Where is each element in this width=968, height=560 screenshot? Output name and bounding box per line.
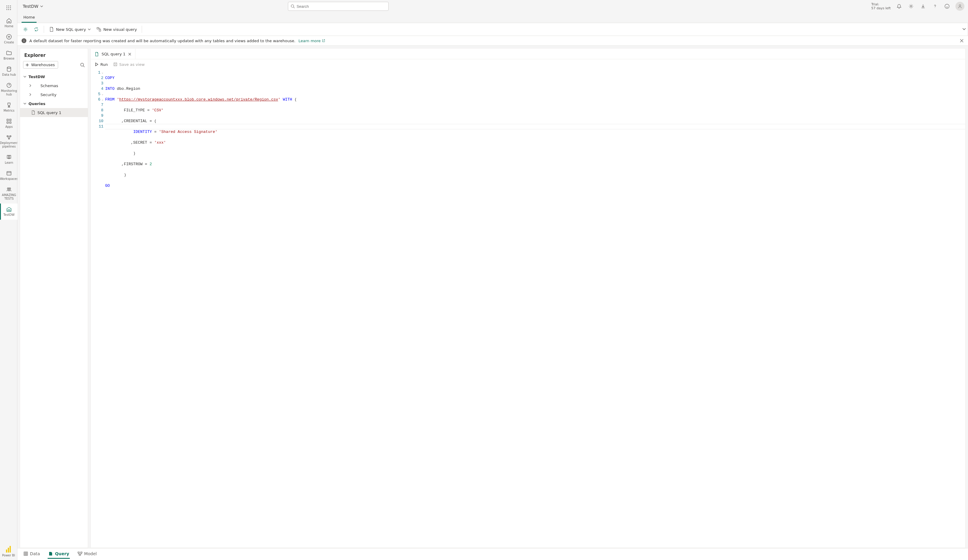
nav-browse[interactable]: Browse xyxy=(0,47,17,63)
nav-monitoring-hub[interactable]: Monitoring hub xyxy=(0,79,17,99)
visual-query-icon xyxy=(96,26,101,32)
nav-apps-label: Apps xyxy=(5,125,13,129)
nav-pipelines[interactable]: Deployment pipelines xyxy=(0,132,17,152)
workspace-name: TestDW xyxy=(23,4,38,9)
table-icon xyxy=(23,551,28,556)
nav-testdw-label: TestDW xyxy=(3,213,14,217)
chevron-right-icon xyxy=(28,84,32,87)
fold-icon[interactable]: ⌄ xyxy=(101,97,103,102)
nav-workspaces[interactable]: Workspaces xyxy=(0,168,17,184)
svg-rect-36 xyxy=(78,552,80,553)
editor-panel: SQL query 1 Run Save as view 1⌄ 2 3 xyxy=(91,48,966,548)
manage-settings-button[interactable] xyxy=(20,25,31,34)
svg-point-0 xyxy=(6,6,7,7)
tree-security-node[interactable]: Security xyxy=(20,90,88,99)
svg-rect-38 xyxy=(79,554,81,555)
book-icon xyxy=(6,154,12,160)
gear-icon xyxy=(23,26,28,32)
chevron-down-icon xyxy=(23,75,27,78)
app-launcher-icon[interactable] xyxy=(3,2,15,14)
banner-text: A default dataset for faster reporting w… xyxy=(29,39,295,43)
nav-learn[interactable]: Learn xyxy=(0,152,17,168)
run-button[interactable]: Run xyxy=(94,62,108,67)
tree-queries-node[interactable]: Queries xyxy=(20,99,88,108)
close-icon xyxy=(128,52,131,56)
nav-learn-label: Learn xyxy=(5,161,13,165)
apps-icon xyxy=(6,118,12,124)
explorer-search-button[interactable] xyxy=(80,63,85,67)
external-link-icon xyxy=(322,39,325,43)
svg-rect-14 xyxy=(7,122,8,123)
folder-icon xyxy=(6,50,12,56)
download-button[interactable] xyxy=(920,3,927,10)
tree-warehouse-node[interactable]: TestDW xyxy=(20,72,88,81)
learn-more-link[interactable]: Learn more xyxy=(298,39,325,43)
notifications-button[interactable] xyxy=(895,3,903,10)
sql-file-icon xyxy=(31,110,36,115)
view-tab-data[interactable]: Data xyxy=(23,550,40,559)
settings-button[interactable] xyxy=(907,3,915,10)
nav-data-hub[interactable]: Data hub xyxy=(0,63,17,79)
nav-create[interactable]: Create xyxy=(0,31,17,47)
nav-home[interactable]: Home xyxy=(0,15,17,31)
new-visual-query-button[interactable]: New visual query xyxy=(94,25,139,34)
nav-apps[interactable]: Apps xyxy=(0,116,17,132)
data-hub-icon xyxy=(6,66,12,73)
svg-rect-31 xyxy=(97,28,99,29)
save-as-view-button: Save as view xyxy=(113,62,145,67)
view-mode-tabs: Data Query Model xyxy=(17,548,968,560)
svg-point-7 xyxy=(8,9,9,10)
help-button[interactable] xyxy=(932,3,939,10)
bell-icon xyxy=(897,3,902,9)
banner-close-button[interactable] xyxy=(960,39,964,43)
powerbi-logo-icon[interactable] xyxy=(5,546,12,553)
new-sql-query-button[interactable]: New SQL query xyxy=(46,25,93,34)
tree-schemas-node[interactable]: Schemas xyxy=(20,81,88,90)
feedback-button[interactable] xyxy=(943,3,951,10)
fold-icon[interactable]: ⌄ xyxy=(101,70,103,76)
view-tab-model[interactable]: Model xyxy=(77,550,97,559)
monitor-icon xyxy=(6,82,12,89)
svg-point-10 xyxy=(7,67,11,69)
account-avatar[interactable] xyxy=(955,2,965,11)
nav-pipelines-label: Deployment pipelines xyxy=(0,141,18,149)
search-input[interactable] xyxy=(297,4,386,9)
nav-workspaces-label: Workspaces xyxy=(0,177,18,181)
code-body[interactable]: COPY INTO dbo.Region FROM 'https://mysto… xyxy=(105,69,965,548)
trial-status: Trial: 57 days left xyxy=(871,2,891,10)
save-icon xyxy=(113,62,118,66)
global-search[interactable] xyxy=(288,2,389,11)
gear-icon xyxy=(908,3,914,9)
editor-tab-close[interactable] xyxy=(128,52,131,56)
fold-icon[interactable]: ⌄ xyxy=(101,92,103,97)
refresh-icon xyxy=(33,26,39,32)
play-icon xyxy=(94,62,99,66)
nav-amazing-tests[interactable]: AMAZING TESTS xyxy=(0,184,17,203)
ribbon-toolbar: New SQL query New visual query xyxy=(17,23,968,36)
line-gutter: 1⌄ 2 3 4 5⌄ 6⌄ 7 8 9 10 11 xyxy=(91,69,105,548)
chevron-right-icon xyxy=(28,93,32,96)
svg-point-3 xyxy=(6,7,7,8)
editor-tab[interactable]: SQL query 1 xyxy=(91,48,136,59)
workspace-dropdown[interactable]: TestDW xyxy=(21,3,45,10)
search-icon xyxy=(80,63,85,67)
expand-ribbon-button[interactable] xyxy=(962,27,966,31)
close-icon xyxy=(960,39,964,43)
code-editor[interactable]: 1⌄ 2 3 4 5⌄ 6⌄ 7 8 9 10 11 COPY INTO dbo… xyxy=(91,69,965,548)
svg-rect-15 xyxy=(10,122,11,123)
nav-testdw[interactable]: TestDW xyxy=(0,203,17,220)
refresh-button[interactable] xyxy=(31,25,41,34)
svg-point-28 xyxy=(945,4,949,8)
svg-point-6 xyxy=(6,9,7,10)
nav-metrics[interactable]: Metrics xyxy=(0,99,17,116)
svg-point-29 xyxy=(959,5,961,6)
nav-amazing-tests-label: AMAZING TESTS xyxy=(2,193,17,200)
powerbi-label: Power BI xyxy=(2,554,15,557)
tab-home[interactable]: Home xyxy=(22,13,36,23)
tree-query-item[interactable]: SQL query 1 xyxy=(20,108,88,117)
svg-point-17 xyxy=(10,135,11,137)
svg-point-5 xyxy=(10,7,11,8)
view-tab-query[interactable]: Query xyxy=(48,550,70,559)
add-warehouse-button[interactable]: Warehouses xyxy=(23,61,58,69)
trophy-icon xyxy=(6,102,12,108)
